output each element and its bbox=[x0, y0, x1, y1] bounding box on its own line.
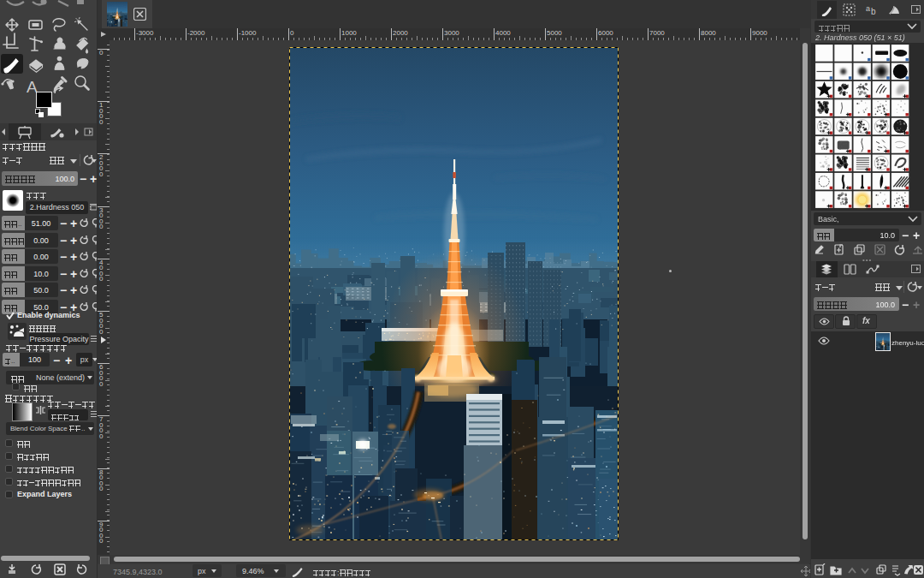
svg-text:b: b bbox=[871, 7, 876, 16]
svg-text:a: a bbox=[866, 4, 870, 13]
